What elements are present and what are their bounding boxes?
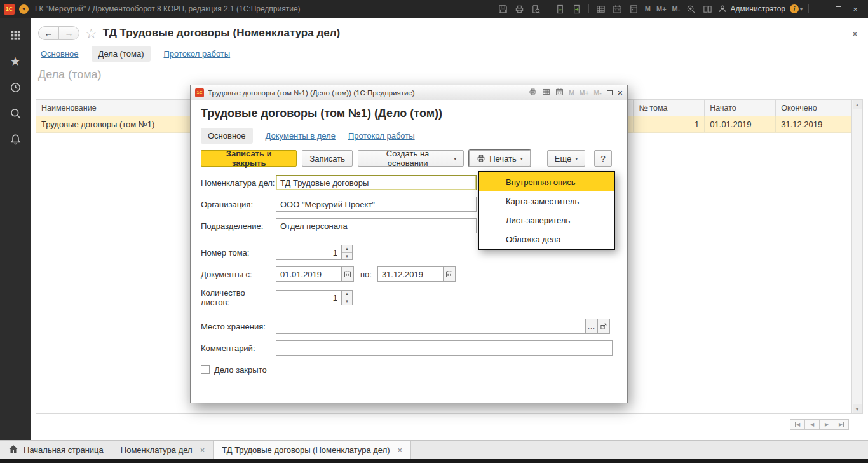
first-page-button[interactable]: ◀ xyxy=(790,419,805,430)
sections-menu-icon[interactable] xyxy=(8,27,23,43)
print-button[interactable]: Печать ▾ xyxy=(469,150,531,167)
menu-item-substitute-card[interactable]: Карта-заместитель xyxy=(479,191,614,211)
print-preview-icon[interactable] xyxy=(530,3,542,15)
create-from-button[interactable]: Создать на основании ▾ xyxy=(358,150,464,167)
calculator-icon[interactable] xyxy=(628,3,640,15)
1c-logo: 1С xyxy=(195,88,204,97)
scroll-down-icon[interactable]: ▼ xyxy=(853,404,862,413)
menu-item-internal-inventory[interactable]: Внутренняя опись xyxy=(479,172,614,191)
save-button[interactable]: Записать xyxy=(302,150,353,167)
maximize-button[interactable] xyxy=(832,3,844,15)
scroll-up-icon[interactable]: ▲ xyxy=(853,100,862,109)
close-tab-icon[interactable]: × xyxy=(398,445,403,455)
dialog-tab-main[interactable]: Основное xyxy=(201,128,253,144)
page-tabs: Основное Дела (тома) Протокол работы xyxy=(31,44,868,67)
taskbar-home-tab[interactable]: Начальная страница xyxy=(0,441,112,459)
create-from-label: Создать на основании xyxy=(365,149,450,168)
dialog-maximize-button[interactable] xyxy=(607,88,613,97)
memory-subtract-button[interactable]: M- xyxy=(672,5,681,13)
search-icon[interactable] xyxy=(8,106,23,121)
memory-subtract-label: M- xyxy=(594,89,602,97)
sheets-count-input[interactable] xyxy=(276,290,342,305)
memory-recall-button[interactable]: M xyxy=(644,5,651,13)
window-titlebar: 1С ▾ ГК "Меркурий" / Документооборот 8 К… xyxy=(0,0,868,18)
more-button[interactable]: Еще ▾ xyxy=(547,150,585,167)
dialog-tab-work-log[interactable]: Протокол работы xyxy=(348,131,415,141)
step-down-icon[interactable]: ▼ xyxy=(342,253,352,260)
column-header-ended[interactable]: Окончено xyxy=(776,100,851,116)
open-windows-taskbar: Начальная страница Номенклатура дел × ТД… xyxy=(0,440,868,459)
column-header-volume[interactable]: № тома xyxy=(634,100,705,116)
print-icon[interactable] xyxy=(513,3,526,15)
column-header-started[interactable]: Начато xyxy=(705,100,776,116)
menu-item-certifying-sheet[interactable]: Лист-заверитель xyxy=(479,211,614,230)
taskbar-tab-labor-contracts[interactable]: ТД Трудовые договоры (Номенклатура дел) … xyxy=(214,441,411,459)
calendar-icon[interactable] xyxy=(611,3,623,15)
volume-number-label: Номер тома: xyxy=(201,248,276,258)
print-label: Печать xyxy=(489,154,517,163)
tab-cases-volumes[interactable]: Дела (тома) xyxy=(92,46,151,62)
save-and-close-button[interactable]: Записать и закрыть xyxy=(201,150,297,167)
storage-place-input[interactable] xyxy=(276,319,586,334)
dialog-spreadsheet-icon[interactable] xyxy=(542,88,550,98)
go-link-icon[interactable] xyxy=(571,3,583,15)
zoom-icon[interactable] xyxy=(685,3,697,15)
tab-work-log[interactable]: Протокол работы xyxy=(163,49,230,59)
nomenclature-input[interactable] xyxy=(276,175,477,190)
next-page-button[interactable]: ▶ xyxy=(819,419,834,430)
tab-label: ТД Трудовые договоры (Номенклатура дел) xyxy=(222,445,390,455)
save-icon[interactable] xyxy=(497,3,509,15)
get-link-icon[interactable] xyxy=(554,3,566,15)
vertical-scrollbar[interactable]: ▲ ▼ xyxy=(852,99,863,414)
department-label: Подразделение: xyxy=(201,221,276,231)
notifications-icon[interactable] xyxy=(8,132,23,147)
department-input[interactable] xyxy=(276,218,477,233)
dialog-calendar-icon[interactable] xyxy=(555,88,564,98)
dialog-print-icon[interactable] xyxy=(529,88,537,98)
memory-add-button[interactable]: M+ xyxy=(656,5,667,13)
close-tab-icon[interactable]: × xyxy=(200,445,205,455)
organization-input[interactable] xyxy=(276,197,477,212)
split-view-icon[interactable] xyxy=(702,3,714,15)
main-menu-button[interactable]: ▾ xyxy=(19,4,29,14)
home-icon xyxy=(8,444,18,456)
add-favorite-star-icon[interactable]: ☆ xyxy=(85,27,97,40)
taskbar-tab-nomenclature[interactable]: Номенклатура дел × xyxy=(112,441,214,459)
spreadsheet-icon[interactable] xyxy=(595,3,607,15)
page-header: ← → ☆ ТД Трудовые договоры (Номенклатура… xyxy=(31,18,868,44)
info-menu-button[interactable]: i ▾ xyxy=(790,4,803,13)
step-down-icon[interactable]: ▼ xyxy=(342,298,352,305)
open-button[interactable] xyxy=(598,319,610,334)
history-icon[interactable] xyxy=(8,79,23,95)
choose-button[interactable]: ... xyxy=(586,319,598,334)
minimize-button[interactable]: – xyxy=(815,3,827,15)
comment-input[interactable] xyxy=(276,340,613,356)
help-button[interactable]: ? xyxy=(594,150,612,167)
date-picker-to-button[interactable] xyxy=(444,266,456,282)
dialog-tab-documents[interactable]: Документы в деле xyxy=(266,131,336,141)
close-button[interactable]: × xyxy=(849,3,862,15)
close-form-icon[interactable]: × xyxy=(852,29,858,39)
maximize-icon xyxy=(836,6,841,11)
step-up-icon[interactable]: ▲ xyxy=(342,245,352,253)
case-closed-checkbox-row[interactable]: Дело закрыто xyxy=(201,365,267,375)
current-user-button[interactable]: Администратор xyxy=(718,4,785,13)
dialog-titlebar[interactable]: 1С Трудовые договоры (том №1) (Дело (том… xyxy=(191,85,627,100)
back-button[interactable]: ← xyxy=(38,26,59,40)
case-closed-checkbox[interactable] xyxy=(201,365,210,374)
dialog-close-button[interactable]: × xyxy=(618,88,623,97)
memory-add-label: M+ xyxy=(580,89,589,97)
tab-label: Номенклатура дел xyxy=(121,445,193,455)
tab-main[interactable]: Основное xyxy=(41,49,79,59)
last-page-button[interactable]: ▶ xyxy=(834,419,849,430)
forward-button[interactable]: → xyxy=(58,26,79,40)
prev-page-button[interactable]: ◀ xyxy=(804,419,820,430)
documents-from-input[interactable] xyxy=(276,266,342,282)
comment-label: Комментарий: xyxy=(201,343,276,353)
documents-to-input[interactable] xyxy=(377,266,444,282)
menu-item-case-cover[interactable]: Обложка дела xyxy=(479,230,614,249)
favorites-icon[interactable]: ★ xyxy=(8,53,23,69)
volume-number-input[interactable] xyxy=(276,245,342,260)
step-up-icon[interactable]: ▲ xyxy=(342,291,352,298)
date-picker-from-button[interactable] xyxy=(342,266,354,282)
